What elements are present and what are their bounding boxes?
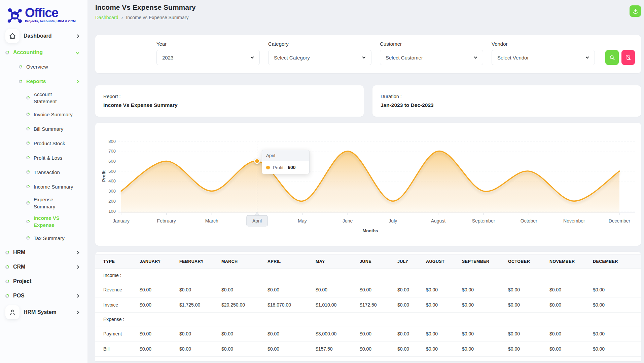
app-logo[interactable]: Office Projects, Accounts, HRM & CRM: [0, 5, 87, 29]
breadcrumb-dashboard-link[interactable]: Dashboard: [95, 15, 118, 20]
filter-customer: CustomerSelect Customer: [380, 41, 483, 65]
search-icon: [609, 54, 615, 61]
bullet-donut-icon: [26, 185, 30, 188]
svg-text:November: November: [563, 218, 585, 224]
select-value: 2023: [162, 55, 173, 61]
report-card: Report : Income Vs Expense Summary: [95, 85, 364, 117]
svg-text:700: 700: [108, 149, 116, 154]
amount-cell: $0.00: [136, 297, 176, 313]
sidebar-item-hrm-system[interactable]: HRM System: [0, 305, 87, 319]
sidebar-item-income-summary[interactable]: Income Summary: [0, 182, 87, 192]
col-october: OCTOBER: [505, 255, 546, 269]
svg-text:October: October: [521, 218, 537, 224]
amount-cell: $0.00: [136, 341, 176, 357]
sidebar-item-label: Account Statement: [34, 91, 73, 105]
sidebar-item-dashboard[interactable]: Dashboard: [0, 29, 87, 43]
sidebar-item-product-stock[interactable]: Product Stock: [0, 138, 87, 148]
filter-vendor: VendorSelect Vendor: [492, 41, 595, 65]
col-february: FEBRUARY: [176, 255, 218, 269]
section-label: Expense :: [95, 313, 136, 326]
table-row-invoice: Invoice$0.00$1,725.00$20,250.00$18,070.0…: [95, 297, 641, 313]
bullet-donut-icon: [26, 170, 30, 174]
bullet-donut-icon: [26, 142, 30, 145]
year-select[interactable]: 2023: [156, 50, 260, 65]
sidebar-item-label: Overview: [26, 63, 48, 71]
amount-cell: $0.00: [356, 341, 394, 357]
sidebar-item-pos[interactable]: POS: [0, 291, 87, 301]
row-type: Payment: [95, 326, 136, 341]
svg-text:April: April: [252, 218, 262, 224]
chevron-right-icon: [76, 251, 79, 254]
sidebar-item-tax-summary[interactable]: Tax Summary: [0, 233, 87, 243]
col-september: SEPTEMBER: [459, 255, 505, 269]
home-icon: [5, 29, 20, 43]
profit-area-chart[interactable]: 100200300400500600700800JanuaryFebruaryM…: [95, 123, 641, 234]
amount-cell: $0.00: [264, 282, 312, 297]
apply-filter-button[interactable]: [605, 50, 619, 65]
sidebar-item-label: Income VS Expense: [34, 214, 73, 229]
sidebar-item-accounting[interactable]: Accounting: [0, 47, 87, 57]
svg-text:February: February: [157, 218, 176, 224]
sidebar-item-label: Product Stock: [34, 140, 65, 147]
col-july: JULY: [394, 255, 423, 269]
sidebar-item-expense-summary[interactable]: Expense Summary: [0, 196, 87, 210]
sidebar-item-label: CRM: [13, 263, 25, 271]
row-type: Bill: [95, 341, 136, 357]
customer-select[interactable]: Select Customer: [380, 50, 483, 65]
amount-cell: $0.00: [218, 326, 264, 341]
filter-bar: Year2023CategorySelect CategoryCustomerS…: [95, 35, 641, 73]
bullet-donut-icon: [19, 80, 22, 83]
svg-text:600: 600: [108, 159, 116, 164]
sidebar-item-label: Dashboard: [24, 32, 52, 40]
section-row: Income :: [95, 269, 641, 282]
col-april: APRIL: [264, 255, 312, 269]
sidebar-item-label: Tax Summary: [34, 235, 65, 242]
bullet-donut-icon: [5, 251, 9, 254]
amount-cell: $0.00: [356, 282, 394, 297]
sidebar-item-overview[interactable]: Overview: [0, 62, 87, 72]
amount-cell: $0.00: [136, 282, 176, 297]
amount-cell: $0.00: [505, 297, 546, 313]
select-value: Select Category: [274, 55, 310, 61]
sidebar-item-income-vs-expense[interactable]: Income VS Expense: [0, 214, 87, 229]
report-label: Report :: [103, 94, 356, 99]
amount-cell: $20,250.00: [218, 297, 264, 313]
bullet-donut-icon: [26, 127, 30, 130]
sidebar-item-label: HRM System: [24, 309, 57, 316]
reset-filter-button[interactable]: [621, 50, 635, 65]
sidebar-item-crm[interactable]: CRM: [0, 262, 87, 272]
bullet-donut-icon: [26, 96, 30, 99]
sidebar-item-transaction[interactable]: Transaction: [0, 167, 87, 177]
col-january: JANUARY: [136, 255, 176, 269]
amount-cell: $172.50: [356, 297, 394, 313]
category-select[interactable]: Select Category: [268, 50, 371, 65]
amount-cell: $0.00: [136, 326, 176, 341]
sidebar-item-hrm[interactable]: HRM: [0, 247, 87, 257]
sidebar-item-reports[interactable]: Reports: [0, 76, 87, 86]
sidebar-item-profit-loss[interactable]: Profit & Loss: [0, 153, 87, 163]
filter-label: Customer: [380, 41, 483, 47]
col-march: MARCH: [218, 255, 264, 269]
sidebar-item-account-statement[interactable]: Account Statement: [0, 91, 87, 105]
app-root: Office Projects, Accounts, HRM & CRM Das…: [0, 0, 644, 363]
chevron-down-icon: [251, 55, 254, 59]
sidebar-item-label: Transaction: [34, 169, 60, 176]
amount-cell: $0.00: [546, 297, 589, 313]
bullet-donut-icon: [5, 280, 9, 283]
sidebar-item-label: Profit & Loss: [34, 154, 62, 161]
amount-cell: $0.00: [589, 297, 641, 313]
amount-cell: $0.00: [459, 326, 505, 341]
amount-cell: $0.00: [459, 297, 505, 313]
svg-text:March: March: [205, 218, 218, 224]
sidebar-item-project[interactable]: Project: [0, 276, 87, 286]
download-button[interactable]: [630, 5, 641, 17]
vendor-select[interactable]: Select Vendor: [492, 50, 595, 65]
bullet-donut-icon: [26, 113, 30, 116]
amount-cell: $0.00: [546, 341, 589, 357]
sidebar-item-invoice-summary[interactable]: Invoice Summary: [0, 109, 87, 119]
svg-text:May: May: [298, 218, 307, 224]
bullet-donut-icon: [19, 65, 22, 69]
select-value: Select Customer: [386, 55, 423, 61]
chart-tooltip: April Profit: 600: [262, 150, 310, 174]
sidebar-item-bill-summary[interactable]: Bill Summary: [0, 124, 87, 134]
